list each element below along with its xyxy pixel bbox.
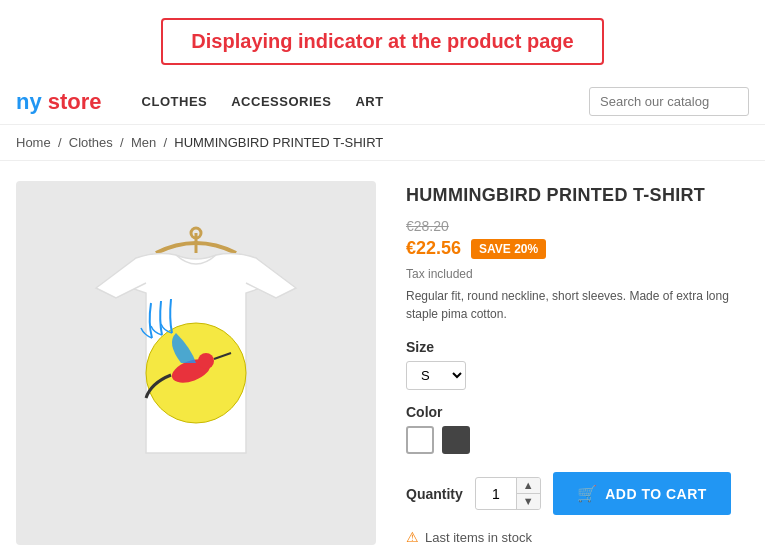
product-description: Regular fit, round neckline, short sleev… [406,287,749,323]
size-select[interactable]: XS S M L XL [406,361,466,390]
svg-point-4 [198,353,214,369]
nav-item-accessories[interactable]: ACCESSORIES [231,94,331,109]
main-content: HUMMINGBIRD PRINTED T-SHIRT €28.20 €22.5… [0,161,765,548]
warning-icon: ⚠ [406,529,419,545]
product-title: HUMMINGBIRD PRINTED T-SHIRT [406,185,749,206]
banner: Displaying indicator at the product page [0,0,765,79]
qty-increase-button[interactable]: ▲ [517,478,540,493]
color-swatch-white[interactable] [406,426,434,454]
product-image [16,203,376,523]
color-options [406,426,749,454]
logo[interactable]: ny store [16,89,102,115]
breadcrumb-current: HUMMINGBIRD PRINTED T-SHIRT [174,135,383,150]
logo-part1: ny [16,89,42,114]
breadcrumb-home[interactable]: Home [16,135,51,150]
product-details: HUMMINGBIRD PRINTED T-SHIRT €28.20 €22.5… [406,181,749,545]
stock-warning: ⚠ Last items in stock [406,529,749,545]
save-badge: SAVE 20% [471,239,546,259]
add-to-cart-label: ADD TO CART [605,486,707,502]
price-row: €22.56 SAVE 20% [406,238,749,259]
nav-item-clothes[interactable]: CLOTHES [142,94,208,109]
qty-buttons: ▲ ▼ [516,478,540,509]
quantity-row: Quantity ▲ ▼ 🛒 ADD TO CART [406,472,749,515]
stock-warning-text: Last items in stock [425,530,532,545]
quantity-label: Quantity [406,486,463,502]
product-image-container [16,181,376,545]
breadcrumb-men[interactable]: Men [131,135,156,150]
breadcrumb-clothes[interactable]: Clothes [69,135,113,150]
tax-info: Tax included [406,267,749,281]
product-image-svg [76,223,316,503]
color-label: Color [406,404,749,420]
search-input[interactable] [589,87,749,116]
banner-text: Displaying indicator at the product page [161,18,603,65]
quantity-control: ▲ ▼ [475,477,541,510]
quantity-input[interactable] [476,480,516,508]
nav-item-art[interactable]: ART [355,94,383,109]
color-swatch-dark[interactable] [442,426,470,454]
qty-decrease-button[interactable]: ▼ [517,493,540,509]
cart-icon: 🛒 [577,484,598,503]
add-to-cart-button[interactable]: 🛒 ADD TO CART [553,472,731,515]
breadcrumb: Home / Clothes / Men / HUMMINGBIRD PRINT… [0,125,765,161]
size-label: Size [406,339,749,355]
price-old: €28.20 [406,218,749,234]
search-wrapper [589,87,749,116]
main-nav: CLOTHES ACCESSORIES ART [142,94,589,109]
logo-part2: store [42,89,102,114]
price-new: €22.56 [406,238,461,259]
header: ny store CLOTHES ACCESSORIES ART [0,79,765,125]
